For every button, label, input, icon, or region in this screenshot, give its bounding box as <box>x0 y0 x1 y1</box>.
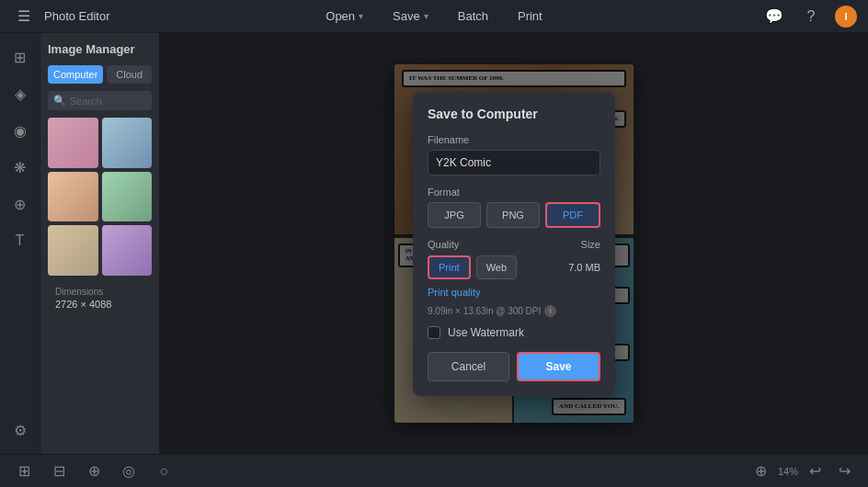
canvas-area: IT WAS THE SUMMER OF 1999. WE WERE SEVEN… <box>160 33 868 454</box>
bottom-bar: ⊞ ⊟ ⊕ ◎ ○ ⊕ 14% ↩ ↪ <box>0 454 868 487</box>
image-panel: Image Manager Computer Cloud 🔍 Dimension… <box>40 33 160 454</box>
save-caret-icon: ▾ <box>424 11 428 21</box>
bottom-right-icons: ⊕ 14% ↩ ↪ <box>748 459 857 484</box>
panel-tabs: Computer Cloud <box>48 65 152 84</box>
add-icon[interactable]: ⊕ <box>748 459 774 484</box>
filename-label: Filename <box>428 134 600 145</box>
quality-options: Print Web 7.0 MB <box>428 255 600 279</box>
save-dialog: Save to Computer Filename Format JPG PNG… <box>413 92 615 396</box>
quality-label: Quality <box>428 239 459 250</box>
tab-cloud[interactable]: Cloud <box>107 65 152 84</box>
format-options: JPG PNG PDF <box>428 202 600 228</box>
circle-icon[interactable]: ○ <box>151 459 177 484</box>
help-icon[interactable]: ? <box>798 4 824 29</box>
dialog-title: Save to Computer <box>428 107 600 121</box>
thumbnail-grid <box>48 118 152 276</box>
dimensions-value: 2726 × 4088 <box>55 299 144 310</box>
topbar-right: 💬 ? I <box>761 4 857 29</box>
nav-open-button[interactable]: Open ▾ <box>320 6 369 27</box>
format-pdf-button[interactable]: PDF <box>545 202 600 228</box>
modal-overlay: Save to Computer Filename Format JPG PNG… <box>160 33 868 454</box>
save-button[interactable]: Save <box>517 352 600 381</box>
nav-print-button[interactable]: Print <box>512 6 548 27</box>
nav-batch-button[interactable]: Batch <box>452 6 494 27</box>
watermark-row: Use Watermark <box>428 326 600 339</box>
format-jpg-button[interactable]: JPG <box>428 202 481 228</box>
open-caret-icon: ▾ <box>359 11 363 21</box>
cancel-button[interactable]: Cancel <box>428 352 509 381</box>
sidebar-item-filters[interactable]: ◉ <box>4 114 37 147</box>
quality-size-row: Quality Size <box>428 239 600 250</box>
list-item[interactable] <box>102 225 153 276</box>
sidebar-item-transform[interactable]: ⊕ <box>4 187 37 221</box>
sidebar-item-text[interactable]: T <box>4 224 37 257</box>
panel-title: Image Manager <box>48 40 152 58</box>
tab-computer[interactable]: Computer <box>48 65 103 84</box>
watermark-checkbox[interactable] <box>428 326 440 339</box>
app-title: Photo Editor <box>44 9 110 23</box>
zoom-level: 14% <box>778 466 798 477</box>
redo-icon[interactable]: ↪ <box>831 459 857 484</box>
left-sidebar: ⊞ ◈ ◉ ❋ ⊕ T ⚙ <box>0 33 40 454</box>
sidebar-item-layers[interactable]: ⊞ <box>4 40 37 74</box>
dimensions-info-text: 9.09in × 13.63in @ 300 DPI <box>428 306 541 316</box>
size-value: 7.0 MB <box>568 255 600 279</box>
dimensions-label: Dimensions <box>55 287 144 297</box>
topbar-center: Open ▾ Save ▾ Batch Print <box>320 6 547 27</box>
dialog-footer: Cancel Save <box>428 352 600 381</box>
list-item[interactable] <box>102 172 153 222</box>
quality-web-button[interactable]: Web <box>476 255 517 279</box>
sidebar-item-adjustments[interactable]: ◈ <box>4 77 37 110</box>
app-menu-icon[interactable]: ☰ <box>11 4 37 29</box>
undo-icon[interactable]: ↩ <box>802 459 828 484</box>
info-icon[interactable]: i <box>544 305 556 317</box>
watermark-label: Use Watermark <box>448 326 524 339</box>
list-item[interactable] <box>48 172 98 222</box>
grid-icon[interactable]: ⊕ <box>81 459 107 484</box>
filename-input[interactable] <box>428 150 600 176</box>
chat-icon[interactable]: 💬 <box>761 4 787 29</box>
panel-search-box: 🔍 <box>48 91 152 110</box>
list-item[interactable] <box>102 118 153 168</box>
size-label: Size <box>581 239 600 250</box>
avatar[interactable]: I <box>835 6 857 28</box>
main-area: ⊞ ◈ ◉ ❋ ⊕ T ⚙ Image Manager Computer Clo… <box>0 33 868 454</box>
search-input[interactable] <box>70 96 146 107</box>
format-png-button[interactable]: PNG <box>486 202 540 228</box>
sidebar-item-settings[interactable]: ⚙ <box>4 413 37 447</box>
search-icon: 🔍 <box>53 95 66 107</box>
dimensions-line: 9.09in × 13.63in @ 300 DPI i <box>428 305 600 317</box>
emoji-icon[interactable]: ◎ <box>116 459 142 484</box>
format-label: Format <box>428 187 600 198</box>
sidebar-item-effects[interactable]: ❋ <box>4 151 37 184</box>
list-item[interactable] <box>48 225 98 276</box>
nav-save-button[interactable]: Save ▾ <box>387 6 434 27</box>
topbar: ☰ Photo Editor Open ▾ Save ▾ Batch Print… <box>0 0 868 33</box>
quality-print-button[interactable]: Print <box>428 255 471 279</box>
crop-icon[interactable]: ⊞ <box>11 459 37 484</box>
list-item[interactable] <box>48 118 98 168</box>
dimensions-info: Dimensions 2726 × 4088 <box>48 283 152 313</box>
resize-icon[interactable]: ⊟ <box>46 459 72 484</box>
print-quality-link[interactable]: Print quality <box>428 287 480 298</box>
